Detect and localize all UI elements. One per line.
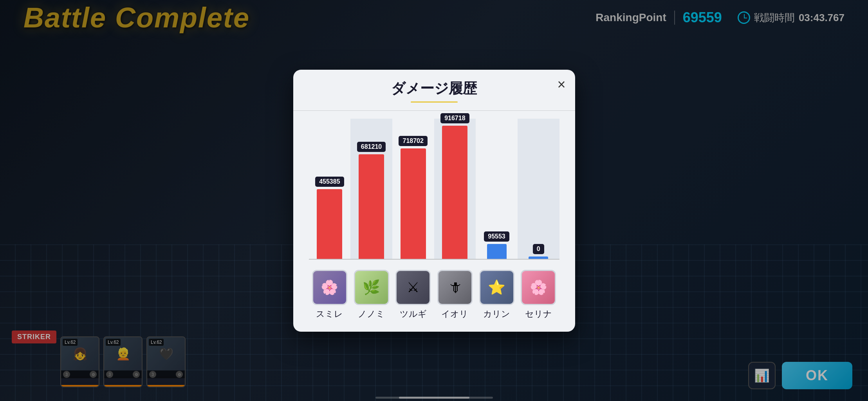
bar-value-sumire: 455385 [315, 177, 344, 187]
chars-row: 🌸 スミレ 🌿 ノノミ ⚔ ツルギ 🗡 イオリ [293, 264, 575, 320]
bar-rect-nonomi [359, 154, 384, 259]
bar-rect-iori [442, 126, 467, 259]
char-avatar-serina: 🌸 [521, 270, 556, 305]
bar-col-sumire: 455385 [309, 119, 351, 259]
bar-wrapper-sumire: 455385 [316, 177, 343, 259]
bars-container: 455385 681210 718702 [309, 119, 559, 260]
bar-value-karin: 95553 [484, 231, 509, 242]
char-name-serina: セリナ [525, 308, 552, 320]
bar-value-serina: 0 [533, 244, 544, 254]
char-avatar-nonomi: 🌿 [354, 270, 389, 305]
modal-title-underline [411, 101, 458, 103]
char-name-iori: イオリ [441, 308, 468, 320]
char-name-nonomi: ノノミ [358, 308, 385, 320]
modal-title: ダメージ履歴 [293, 79, 575, 98]
bar-col-nonomi: 681210 [350, 119, 392, 259]
modal-overlay: ダメージ履歴 × 455385 681 [0, 0, 868, 401]
bar-col-tsurugi: 718702 [392, 119, 434, 259]
bar-col-serina: 0 [518, 119, 559, 259]
chart-area: 455385 681210 718702 [293, 111, 575, 264]
char-item-nonomi: 🌿 ノノミ [350, 270, 392, 320]
modal-close-button[interactable]: × [557, 78, 565, 92]
bar-value-tsurugi: 718702 [399, 136, 427, 146]
char-avatar-karin: ⭐ [479, 270, 514, 305]
damage-history-modal: ダメージ履歴 × 455385 681 [293, 70, 575, 332]
char-name-tsurugi: ツルギ [400, 308, 427, 320]
char-name-karin: カリン [483, 308, 510, 320]
char-item-karin: ⭐ カリン [476, 270, 518, 320]
bar-wrapper-karin: 95553 [483, 231, 511, 259]
char-name-sumire: スミレ [316, 308, 343, 320]
bar-wrapper-nonomi: 681210 [358, 142, 385, 259]
bar-rect-sumire [317, 189, 342, 259]
char-item-sumire: 🌸 スミレ [309, 270, 351, 320]
bar-wrapper-serina: 0 [525, 244, 552, 259]
char-avatar-sumire: 🌸 [312, 270, 347, 305]
char-item-serina: 🌸 セリナ [518, 270, 559, 320]
modal-header: ダメージ履歴 × [293, 70, 575, 107]
char-avatar-tsurugi: ⚔ [395, 270, 431, 305]
bar-rect-serina [529, 256, 548, 259]
bar-value-iori: 916718 [440, 113, 469, 123]
bar-wrapper-iori: 916718 [441, 113, 469, 259]
bar-wrapper-tsurugi: 718702 [399, 136, 427, 259]
char-item-iori: 🗡 イオリ [434, 270, 476, 320]
bar-col-karin: 95553 [476, 119, 518, 259]
bar-rect-tsurugi [401, 148, 426, 259]
char-item-tsurugi: ⚔ ツルギ [392, 270, 434, 320]
bar-value-nonomi: 681210 [357, 142, 386, 152]
bar-rect-karin [487, 244, 507, 259]
bar-col-iori: 916718 [434, 119, 476, 259]
char-avatar-iori: 🗡 [437, 270, 473, 305]
